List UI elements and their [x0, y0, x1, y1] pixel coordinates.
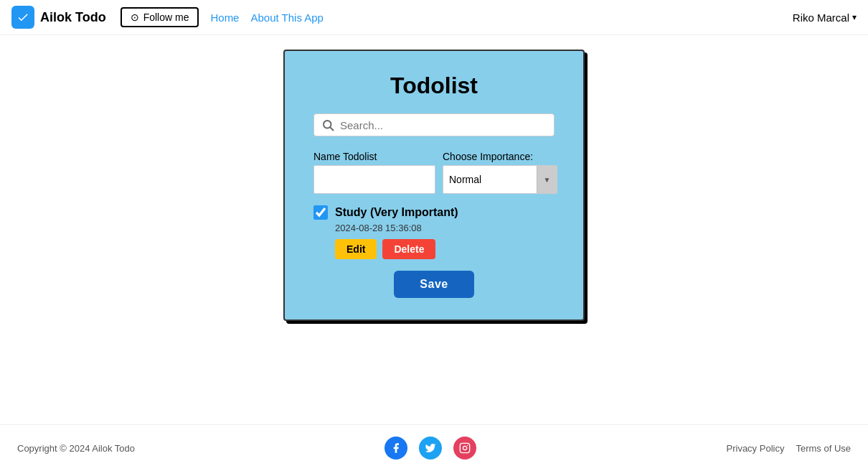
name-form-group: Name Todolist: [313, 151, 435, 194]
footer-copyright: Copyright © 2024 Ailok Todo: [17, 443, 135, 454]
name-input[interactable]: [313, 165, 435, 194]
brand-icon: [11, 6, 34, 29]
svg-rect-2: [461, 443, 470, 452]
form-row: Name Todolist Choose Importance: Low Nor…: [313, 151, 555, 194]
importance-form-group: Choose Importance: Low Normal High Very …: [443, 151, 557, 194]
search-container: [313, 113, 555, 136]
footer: Copyright © 2024 Ailok Todo Privacy Poli…: [0, 424, 868, 471]
importance-label: Choose Importance:: [443, 151, 557, 162]
nav-home[interactable]: Home: [210, 11, 239, 24]
page-title: Todolist: [313, 73, 555, 99]
save-container: Save: [313, 271, 555, 298]
svg-line-1: [330, 127, 333, 130]
todo-item-title: Study (Very Important): [335, 206, 458, 219]
footer-links: Privacy Policy Terms of Use: [727, 443, 852, 454]
brand-link[interactable]: Ailok Todo: [11, 6, 106, 29]
social-facebook-icon[interactable]: [385, 437, 407, 460]
name-label: Name Todolist: [313, 151, 435, 162]
privacy-policy-link[interactable]: Privacy Policy: [727, 443, 785, 454]
todo-checkbox[interactable]: [313, 205, 328, 220]
save-button[interactable]: Save: [394, 271, 473, 298]
edit-button[interactable]: Edit: [335, 239, 377, 259]
user-name: Riko Marcal: [793, 11, 849, 24]
github-icon: ⊙: [131, 11, 139, 23]
terms-of-use-link[interactable]: Terms of Use: [796, 443, 851, 454]
nav-links: Home About This App: [210, 11, 323, 24]
main-content: Todolist Name Todolist Choose Importance…: [0, 35, 868, 424]
importance-select[interactable]: Low Normal High Very Important: [443, 171, 537, 188]
todo-card: Todolist Name Todolist Choose Importance…: [283, 50, 585, 321]
brand-name: Ailok Todo: [40, 10, 106, 25]
search-icon: [321, 118, 334, 131]
follow-button[interactable]: ⊙ Follow me: [121, 7, 199, 27]
navbar: Ailok Todo ⊙ Follow me Home About This A…: [0, 0, 868, 35]
nav-about[interactable]: About This App: [250, 11, 323, 24]
social-twitter-icon[interactable]: [419, 437, 442, 460]
todo-item-actions: Edit Delete: [335, 239, 555, 259]
delete-button[interactable]: Delete: [382, 239, 435, 259]
todo-item-header: Study (Very Important): [313, 205, 555, 220]
search-input[interactable]: [340, 119, 547, 131]
select-arrow-icon: [537, 166, 557, 193]
importance-select-wrapper: Low Normal High Very Important: [443, 165, 557, 194]
follow-label: Follow me: [143, 11, 189, 23]
footer-social: [385, 437, 476, 460]
social-instagram-icon[interactable]: [453, 437, 476, 460]
todo-item-date: 2024-08-28 15:36:08: [335, 223, 555, 233]
todo-item: Study (Very Important) 2024-08-28 15:36:…: [313, 205, 555, 259]
user-menu[interactable]: Riko Marcal ▾: [793, 11, 857, 24]
user-menu-caret: ▾: [852, 12, 857, 22]
